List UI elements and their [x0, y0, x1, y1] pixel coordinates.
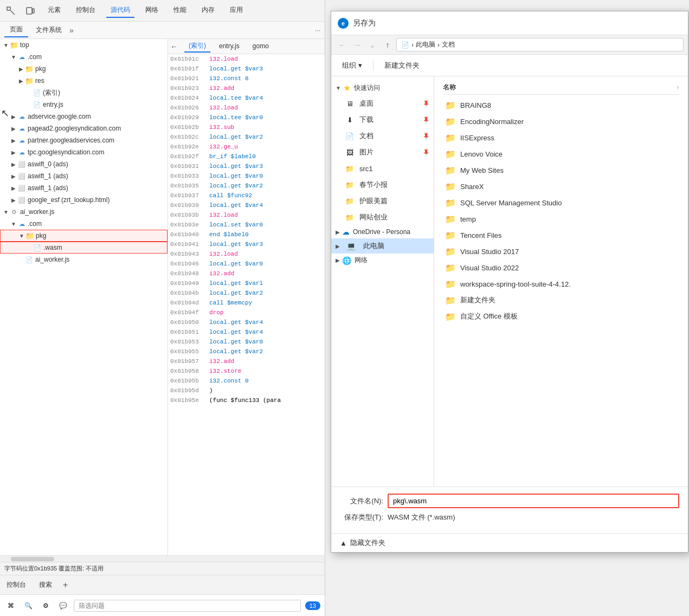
tree-label-index: (索引)	[43, 88, 60, 98]
nav-item-pics[interactable]: 🖼 图片 📌	[331, 144, 434, 160]
tab-elements[interactable]: 元素	[43, 3, 65, 18]
file-entry-sharex[interactable]: 📁 ShareX	[443, 178, 679, 194]
settings-icon[interactable]: ⚙	[39, 599, 52, 612]
nav-item-src1[interactable]: 📁 src1	[331, 160, 434, 177]
filename-input[interactable]	[388, 494, 679, 508]
subtab-more[interactable]: »	[69, 26, 74, 35]
subtab-filesystem[interactable]: 文件系统	[30, 23, 67, 37]
code-header: ← (索引) entry.js gomo	[168, 39, 325, 54]
tree-item-domain2[interactable]: ▼ ☁ .com	[0, 218, 168, 230]
tab-performance[interactable]: 性能	[169, 3, 191, 18]
code-back-btn[interactable]: ←	[170, 42, 178, 51]
device-icon[interactable]	[24, 4, 37, 17]
scrollbar-thumb[interactable]	[11, 557, 54, 561]
nav-label-eye: 护眼美篇	[359, 196, 388, 206]
file-entry-lenovo[interactable]: 📁 Lenovo Voice	[443, 146, 679, 162]
tree-item-pagead[interactable]: ▶ ☁ pagead2.googlesyndication.com	[0, 122, 168, 134]
bottom-tab-search[interactable]: 搜索	[37, 578, 54, 592]
nav-item-desktop[interactable]: 🖥 桌面 📌	[331, 95, 434, 112]
nav-up-btn[interactable]: ↑	[381, 38, 394, 51]
col-sort-arrow[interactable]: ↑	[677, 85, 679, 90]
quick-access-header[interactable]: ▼ ★ 快速访问	[331, 81, 434, 95]
file-entry-newfolder[interactable]: 📁 新建文件夹	[443, 292, 679, 308]
onedrive-header[interactable]: ▶ ☁ OneDrive - Persona	[331, 225, 434, 238]
tree-item-pkg[interactable]: ▶ 📁 pkg	[0, 63, 168, 75]
folder-icon: 📁	[445, 262, 456, 273]
subtab-page[interactable]: 页面	[4, 23, 28, 37]
inspect-icon[interactable]	[4, 4, 17, 17]
tree-item-aswift1b[interactable]: ▶ ⬜ aswift_1 (ads)	[0, 182, 168, 194]
tree-item-pkg2[interactable]: ▼ 📁 pkg	[0, 230, 168, 242]
tree-item-ai-worker[interactable]: ▼ ⚙ ai_worker.js	[0, 206, 168, 218]
code-line-10: 0x01b92fbr_if $label0	[168, 152, 325, 161]
search-icon[interactable]: 🔍	[22, 599, 35, 612]
feedback-icon[interactable]: 💬	[56, 599, 69, 612]
file-name: workspace-spring-tool-suite-4-4.12.	[460, 280, 571, 288]
file-entry-temp[interactable]: 📁 temp	[443, 211, 679, 227]
nav-item-download[interactable]: ⬇ 下载 📌	[331, 112, 434, 128]
file-entry-tencent[interactable]: 📁 Tencent Files	[443, 227, 679, 243]
pc-header[interactable]: ▶ 💻 此电脑	[331, 238, 434, 254]
tab-sources[interactable]: 源代码	[106, 3, 134, 18]
tab-application[interactable]: 应用	[226, 3, 247, 18]
tree-item-domain1[interactable]: ▼ ☁ .com	[0, 51, 168, 63]
dialog-title: 另存为	[353, 18, 376, 28]
tree-item-aswift1a[interactable]: ▶ ⬜ aswift_1 (ads)	[0, 170, 168, 182]
nav-dropdown-btn[interactable]: ⌄	[366, 38, 379, 51]
tree-item-partner[interactable]: ▶ ☁ partner.googleadservices.com	[0, 134, 168, 146]
pc-label: 此电脑	[363, 241, 384, 251]
bottom-tab-console[interactable]: 控制台	[4, 578, 28, 592]
nav-item-web[interactable]: 📁 网站创业	[331, 209, 434, 225]
tree-item-google-esf[interactable]: ▶ ⬜ google_esf (zrt_lookup.html)	[0, 194, 168, 206]
tree-item-adservice[interactable]: ▶ ☁ adservice.google.com	[0, 111, 168, 122]
toggle-arrow: ▲	[340, 539, 347, 547]
code-tab-gomo[interactable]: gomo	[248, 41, 273, 52]
organize-btn[interactable]: 组织 ▾	[338, 59, 366, 73]
nav-item-spring[interactable]: 📁 春节小报	[331, 177, 434, 193]
dialog-toggle-row[interactable]: ▲ 隐藏文件夹	[331, 533, 688, 552]
horizontal-scrollbar[interactable]	[0, 555, 325, 562]
file-entry-vs2017[interactable]: 📁 Visual Studio 2017	[443, 243, 679, 260]
tree-item-res[interactable]: ▶ 📁 res	[0, 75, 168, 87]
folder-icon: 📁	[445, 132, 456, 143]
tab-console[interactable]: 控制台	[72, 3, 100, 18]
tab-network[interactable]: 网络	[141, 3, 163, 18]
file-entry-braing8[interactable]: 📁 BRAING8	[443, 97, 679, 113]
breadcrumb[interactable]: 📄 › 此电脑 › 文档	[396, 38, 684, 51]
file-entry-vs2022[interactable]: 📁 Visual Studio 2022	[443, 260, 679, 276]
file-name: temp	[460, 215, 476, 223]
file-entry-office[interactable]: 📁 自定义 Office 模板	[443, 308, 679, 325]
nav-item-docs[interactable]: 📄 文档 📌	[331, 128, 434, 144]
file-entry-sqlserver[interactable]: 📁 SQL Server Management Studio	[443, 194, 679, 211]
tree-item-entry[interactable]: ▶ 📄 entry.js	[0, 99, 168, 111]
code-line-2: 0x01b921i32.const 8	[168, 74, 325, 83]
filter-input[interactable]	[74, 600, 301, 612]
code-tab-index[interactable]: (索引)	[184, 40, 210, 53]
tree-arrow-tpc: ▶	[10, 148, 17, 156]
tab-memory[interactable]: 内存	[197, 3, 219, 18]
nav-forward-btn[interactable]: →	[351, 38, 364, 51]
file-entry-iisexpress[interactable]: 📁 IISExpress	[443, 129, 679, 146]
dialog-left-nav: ▼ ★ 快速访问 🖥 桌面 📌 ⬇ 下载 📌 📄 文档 📌 🖼 图	[331, 76, 434, 487]
error-badge: 13	[305, 601, 320, 610]
network-header[interactable]: ▶ 🌐 网络	[331, 254, 434, 267]
tree-item-aswift0[interactable]: ▶ ⬜ aswift_0 (ads)	[0, 158, 168, 170]
tree-item-ai-worker-js[interactable]: ▶ 📄 ai_worker.js	[0, 254, 168, 265]
subtab-dots[interactable]: ···	[315, 27, 320, 34]
tree-item-wasm[interactable]: ▶ 📄 .wasm	[0, 242, 168, 254]
code-tab-entry[interactable]: entry.js	[215, 41, 244, 52]
console-icon[interactable]: ⌘	[4, 599, 17, 612]
tree-item-tpc[interactable]: ▶ ☁ tpc.googlesyndication.com	[0, 146, 168, 158]
tree-item-index[interactable]: ▶ 📄 (索引)	[0, 87, 168, 99]
nav-back-btn[interactable]: ←	[336, 38, 349, 51]
new-folder-btn[interactable]: 新建文件夹	[380, 59, 424, 73]
code-line-11: 0x01b931local.get $var3	[168, 161, 325, 171]
tree-arrow-adservice: ▶	[10, 113, 17, 120]
file-entry-encoding[interactable]: 📁 EncodingNormalizer	[443, 113, 679, 129]
file-entry-workspace[interactable]: 📁 workspace-spring-tool-suite-4-4.12.	[443, 276, 679, 292]
nav-item-eye[interactable]: 📁 护眼美篇	[331, 193, 434, 209]
code-line-3: 0x01b923i32.add	[168, 83, 325, 93]
file-entry-mywebsites[interactable]: 📁 My Web Sites	[443, 162, 679, 178]
tree-item-top[interactable]: ▼ 📁 top	[0, 39, 168, 51]
bottom-tab-add[interactable]: +	[63, 580, 68, 590]
